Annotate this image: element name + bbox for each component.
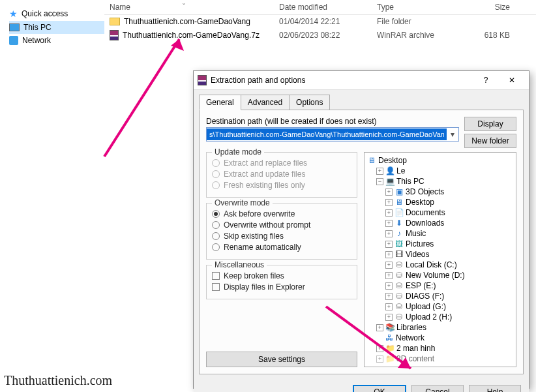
tree-label[interactable]: DIAGS (F:) bbox=[406, 292, 444, 301]
drive-icon: ⛁ bbox=[395, 281, 404, 290]
expand-icon[interactable]: + bbox=[376, 345, 383, 352]
help-button[interactable]: Help bbox=[469, 385, 521, 392]
file-row[interactable]: Thuthuattienich.com-GameDaoVang 01/04/20… bbox=[104, 15, 536, 28]
tree-label[interactable]: 3D Objects bbox=[406, 187, 444, 196]
expand-icon[interactable]: + bbox=[376, 168, 383, 175]
expand-icon[interactable]: + bbox=[385, 293, 393, 300]
downloads-icon: ⬇ bbox=[395, 219, 404, 228]
extraction-dialog: Extraction path and options ? ✕ General … bbox=[193, 70, 529, 389]
tree-label[interactable]: Downloads bbox=[406, 219, 444, 228]
expand-icon[interactable]: + bbox=[385, 199, 393, 206]
radio-skip[interactable]: Skip existing files bbox=[212, 232, 351, 241]
tree-label[interactable]: Music bbox=[406, 229, 426, 238]
tree-label[interactable]: New Volume (D:) bbox=[406, 271, 465, 280]
expand-icon[interactable]: + bbox=[376, 324, 383, 331]
tree-label[interactable]: 3D content bbox=[396, 354, 434, 363]
tree-label[interactable]: Pictures bbox=[406, 239, 434, 249]
col-type[interactable]: Type bbox=[372, 3, 463, 12]
update-mode-group: Update mode Extract and replace files Ex… bbox=[206, 152, 357, 198]
dialog-title: Extraction path and options bbox=[211, 76, 473, 85]
col-size[interactable]: Size bbox=[463, 3, 515, 12]
help-icon: ? bbox=[484, 76, 488, 85]
folder-icon: 📁 bbox=[385, 344, 395, 353]
expand-icon[interactable]: + bbox=[385, 251, 393, 258]
overwrite-mode-group: Overwrite mode Ask before overwrite Over… bbox=[206, 203, 357, 260]
file-row[interactable]: Thuthuattienich.com-GameDaoVang.7z 02/06… bbox=[104, 28, 536, 42]
expand-icon[interactable]: + bbox=[385, 303, 393, 310]
tree-label[interactable]: 2 man hinh bbox=[396, 344, 435, 353]
destination-path-input[interactable]: ▾ bbox=[206, 127, 459, 142]
tree-label[interactable]: Local Disk (C:) bbox=[406, 260, 457, 269]
sidebar-this-pc[interactable]: This PC bbox=[9, 21, 104, 34]
close-button[interactable]: ✕ bbox=[499, 71, 525, 89]
check-display-explorer[interactable]: Display files in Explorer bbox=[212, 282, 351, 292]
file-name: Thuthuattienich.com-GameDaoVang.7z bbox=[123, 31, 260, 40]
column-headers[interactable]: Nameˇ Date modified Type Size bbox=[104, 0, 536, 15]
tree-label[interactable]: Upload 2 (H:) bbox=[406, 312, 452, 322]
path-field[interactable] bbox=[207, 128, 447, 140]
tree-label[interactable]: This PC bbox=[396, 177, 424, 186]
tab-strip: General Advanced Options bbox=[194, 90, 529, 110]
tree-label[interactable]: Upload (G:) bbox=[406, 302, 446, 311]
drive-icon: ⛁ bbox=[395, 312, 404, 322]
tree-label[interactable]: Libraries bbox=[396, 323, 426, 332]
dialog-titlebar[interactable]: Extraction path and options ? ✕ bbox=[194, 71, 529, 90]
winrar-icon bbox=[198, 75, 207, 85]
save-settings-button[interactable]: Save settings bbox=[206, 352, 357, 367]
expand-icon[interactable]: + bbox=[385, 262, 393, 269]
file-name: Thuthuattienich.com-GameDaoVang bbox=[124, 17, 250, 26]
expand-icon[interactable]: + bbox=[385, 282, 393, 290]
desktop-icon: 🖥 bbox=[367, 156, 376, 165]
tree-label[interactable]: Desktop bbox=[406, 198, 434, 207]
tree-label[interactable]: Documents bbox=[406, 208, 445, 217]
sidebar-label: Network bbox=[22, 36, 51, 45]
col-name[interactable]: Name bbox=[110, 3, 130, 12]
drive-icon: ⛁ bbox=[395, 271, 404, 280]
new-folder-button[interactable]: New folder bbox=[464, 134, 516, 148]
sidebar-quick-access[interactable]: ★ Quick access bbox=[9, 7, 104, 21]
radio-no-prompt[interactable]: Overwrite without prompt bbox=[212, 220, 351, 230]
expand-icon[interactable]: + bbox=[385, 220, 393, 227]
display-button[interactable]: Display bbox=[464, 117, 516, 131]
drive-icon: ⛁ bbox=[395, 292, 404, 301]
rar-icon bbox=[110, 30, 119, 40]
expand-icon[interactable]: + bbox=[385, 230, 393, 237]
expand-icon[interactable]: + bbox=[385, 188, 393, 196]
sidebar-network[interactable]: Network bbox=[9, 34, 104, 47]
group-title: Miscellaneous bbox=[212, 260, 267, 269]
tree-label[interactable]: Videos bbox=[406, 250, 429, 259]
check-keep-broken[interactable]: Keep broken files bbox=[212, 271, 351, 280]
expand-icon[interactable]: + bbox=[376, 355, 383, 363]
help-button[interactable]: ? bbox=[473, 71, 499, 89]
close-icon: ✕ bbox=[509, 76, 515, 85]
videos-icon: 🎞 bbox=[395, 250, 404, 259]
expand-icon[interactable]: + bbox=[385, 241, 393, 248]
pictures-icon: 🖼 bbox=[395, 239, 404, 249]
tree-label[interactable]: Desktop bbox=[378, 156, 407, 165]
folder-tree[interactable]: 🖥Desktop +👤Le −💻This PC +▣3D Objects +🖥D… bbox=[364, 152, 516, 367]
tree-label[interactable]: Network bbox=[396, 333, 424, 342]
expand-icon[interactable]: + bbox=[385, 209, 393, 217]
radio-ask-before[interactable]: Ask before overwrite bbox=[212, 209, 351, 219]
cancel-button[interactable]: Cancel bbox=[411, 385, 464, 392]
ok-button[interactable]: OK bbox=[353, 385, 406, 392]
file-size: 618 KB bbox=[463, 31, 515, 40]
tab-options[interactable]: Options bbox=[289, 95, 330, 110]
expand-icon[interactable]: + bbox=[385, 272, 393, 279]
radio-fresh-only: Fresh existing files only bbox=[212, 181, 351, 190]
group-title: Update mode bbox=[212, 147, 264, 157]
radio-rename[interactable]: Rename automatically bbox=[212, 243, 351, 252]
col-date[interactable]: Date modified bbox=[274, 3, 372, 12]
sort-chevron-icon: ˇ bbox=[183, 3, 185, 12]
group-title: Overwrite mode bbox=[212, 198, 273, 207]
desktop-icon: 🖥 bbox=[395, 198, 404, 207]
tree-label[interactable]: Le bbox=[396, 166, 405, 175]
sidebar-label: Quick access bbox=[22, 9, 68, 18]
user-icon: 👤 bbox=[385, 166, 395, 175]
collapse-icon[interactable]: − bbox=[376, 178, 383, 185]
tree-label[interactable]: ESP (E:) bbox=[406, 281, 436, 290]
expand-icon[interactable]: + bbox=[385, 314, 393, 321]
dropdown-chevron-icon[interactable]: ▾ bbox=[447, 130, 458, 139]
tab-advanced[interactable]: Advanced bbox=[241, 95, 290, 110]
tab-general[interactable]: General bbox=[199, 95, 241, 110]
